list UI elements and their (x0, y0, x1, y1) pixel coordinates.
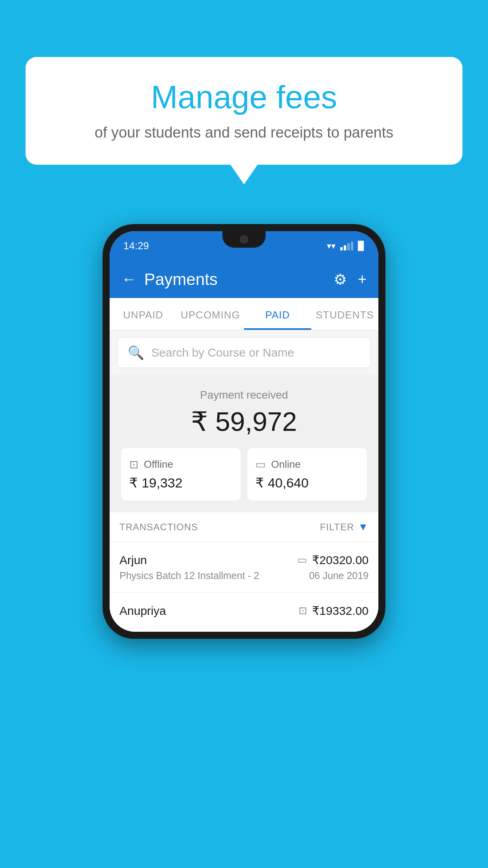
filter-icon: ▼ (358, 521, 369, 533)
transaction-row: Anupriya ⊡ ₹19332.00 (110, 592, 378, 632)
payment-total-amount: ₹ 59,972 (121, 406, 367, 437)
filter-button[interactable]: FILTER ▼ (320, 521, 369, 533)
status-bar: 14:29 ▾▾ ▉ (110, 231, 378, 261)
transaction-date: 06 June 2019 (309, 570, 369, 581)
add-icon[interactable]: + (358, 271, 367, 288)
payment-received-label: Payment received (121, 389, 367, 401)
search-container: 🔍 Search by Course or Name (110, 330, 378, 375)
wifi-icon: ▾▾ (327, 241, 336, 251)
transaction-row-top: Anupriya ⊡ ₹19332.00 (119, 604, 369, 618)
search-box[interactable]: 🔍 Search by Course or Name (117, 337, 371, 368)
signal-icon (340, 242, 353, 250)
online-card-header: ▭ Online (255, 458, 359, 471)
notch-cutout (222, 231, 266, 248)
header-actions: ⚙ + (334, 271, 367, 288)
search-input[interactable]: Search by Course or Name (151, 346, 294, 359)
status-time: 14:29 (123, 240, 149, 252)
online-amount: ₹ 40,640 (255, 475, 359, 491)
transaction-amount: ₹19332.00 (312, 604, 369, 618)
offline-card-header: ⊡ Offline (129, 458, 233, 471)
battery-icon: ▉ (358, 241, 365, 251)
tab-unpaid[interactable]: UNPAID (110, 298, 177, 330)
tab-paid[interactable]: PAID (244, 298, 311, 330)
search-icon: 🔍 (128, 345, 144, 360)
transaction-amount-area: ▭ ₹20320.00 (297, 553, 369, 567)
online-card: ▭ Online ₹ 40,640 (248, 448, 367, 500)
online-label: Online (271, 458, 301, 471)
offline-amount: ₹ 19,332 (129, 475, 233, 491)
payment-summary: Payment received ₹ 59,972 ⊡ Offline ₹ 19… (110, 375, 378, 512)
tab-students[interactable]: STUDENTS (311, 298, 378, 330)
transaction-amount-area: ⊡ ₹19332.00 (299, 604, 369, 618)
tab-upcoming[interactable]: UPCOMING (177, 298, 244, 330)
bubble-subtitle: of your students and send receipts to pa… (49, 124, 439, 141)
tabs-bar: UNPAID UPCOMING PAID STUDENTS (110, 298, 378, 330)
app-header: ← Payments ⚙ + (110, 261, 378, 298)
card-payment-icon: ▭ (297, 554, 307, 566)
transaction-course: Physics Batch 12 Installment - 2 (119, 570, 259, 581)
back-button[interactable]: ← (121, 271, 136, 288)
offline-card: ⊡ Offline ₹ 19,332 (121, 448, 240, 500)
offline-icon: ⊡ (129, 458, 138, 471)
offline-payment-icon: ⊡ (299, 605, 307, 617)
transaction-row-bottom: Physics Batch 12 Installment - 2 06 June… (119, 570, 369, 581)
offline-label: Offline (144, 458, 173, 471)
transaction-name: Arjun (119, 554, 147, 567)
bubble-title: Manage fees (49, 79, 439, 116)
status-icons: ▾▾ ▉ (327, 241, 365, 251)
phone-frame: 14:29 ▾▾ ▉ (103, 224, 385, 639)
payment-cards: ⊡ Offline ₹ 19,332 ▭ Online ₹ 40,640 (121, 448, 367, 500)
filter-label: FILTER (320, 522, 354, 533)
settings-icon[interactable]: ⚙ (334, 271, 347, 288)
transaction-amount: ₹20320.00 (312, 553, 369, 567)
online-icon: ▭ (255, 458, 266, 471)
camera (240, 235, 248, 244)
transaction-row: Arjun ▭ ₹20320.00 Physics Batch 12 Insta… (110, 542, 378, 592)
speech-bubble: Manage fees of your students and send re… (26, 57, 462, 165)
transactions-header: TRANSACTIONS FILTER ▼ (110, 512, 378, 542)
transactions-label: TRANSACTIONS (119, 522, 198, 533)
page-title: Payments (144, 270, 326, 289)
transaction-name: Anupriya (119, 604, 166, 618)
transaction-row-top: Arjun ▭ ₹20320.00 (119, 553, 369, 567)
